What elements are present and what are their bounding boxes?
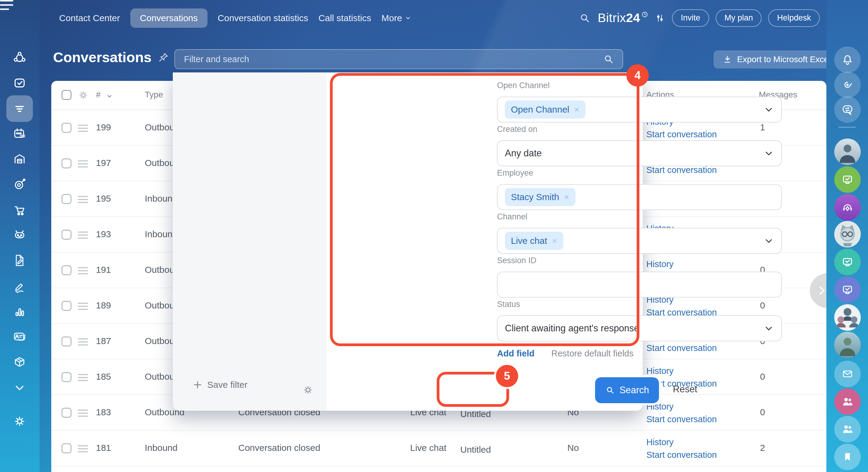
sidebar-item-network-icon[interactable] [12,50,27,65]
start-conversation-link[interactable]: Start conversation [646,129,717,140]
row-checkbox[interactable] [62,123,71,133]
history-link[interactable]: History [646,366,674,376]
sidebar-item-ai-robot-icon[interactable] [12,228,27,242]
avatar-cat[interactable] [834,221,861,247]
history-link[interactable]: History [646,437,674,447]
employee-field[interactable]: Stacy Smith × [497,184,782,210]
export-to-excel-button[interactable]: Export to Microsoft Excel [714,50,840,68]
start-conversation-link[interactable]: Start conversation [646,165,717,175]
start-conversation-link[interactable]: Start conversation [646,343,717,353]
my-plan-button[interactable]: My plan [716,9,762,27]
cell-id: 185 [96,372,111,382]
save-filter-button[interactable]: Save filter [193,380,247,390]
nav-conversations[interactable]: Conversations [130,8,208,28]
sidebar-item-target-icon[interactable] [12,177,27,191]
row-checkbox[interactable] [62,230,71,240]
column-header-type[interactable]: Type [145,90,163,99]
history-link[interactable]: History [646,259,674,269]
cell-messages: 2 [760,443,765,453]
helpdesk-button[interactable]: Helpdesk [768,9,820,27]
table-row[interactable]: 181 Inbound Conversation closed Live cha… [51,431,826,466]
row-checkbox[interactable] [62,194,71,204]
hamburger-menu-icon[interactable] [0,0,16,13]
status-select[interactable]: Client awaiting agent's response [497,315,782,341]
nav-call-statistics[interactable]: Call statistics [318,13,371,23]
row-checkbox[interactable] [62,443,71,453]
select-all-checkbox[interactable] [62,90,71,100]
tasks-violet-icon[interactable] [834,276,861,303]
row-checkbox[interactable] [62,408,71,418]
drag-handle-icon[interactable] [78,232,88,239]
row-checkbox[interactable] [62,336,71,347]
nav-conversation-statistics[interactable]: Conversation statistics [218,13,308,23]
people-light-icon[interactable] [834,416,861,442]
session-id-input[interactable] [505,279,774,290]
avatar-man[interactable] [834,139,861,165]
search-icon[interactable] [602,53,622,65]
drag-handle-icon[interactable] [78,338,88,346]
sidebar-item-tasks-icon[interactable] [12,76,27,90]
people-pink-icon[interactable] [834,388,861,415]
sliders-icon[interactable] [654,13,665,24]
cell-id: 183 [96,407,111,417]
filter-settings-gear-icon[interactable] [302,384,314,396]
search-button[interactable]: Search [595,377,659,403]
sidebar-item-esignature-icon[interactable] [12,278,27,293]
row-checkbox[interactable] [62,158,71,168]
add-field-link[interactable]: Add field [497,349,534,358]
start-conversation-link[interactable]: Start conversation [646,414,717,424]
notifications-bell-icon[interactable] [834,47,861,73]
drag-handle-icon[interactable] [78,160,88,168]
session-id-field[interactable] [497,272,782,298]
drag-handle-icon[interactable] [78,125,88,132]
avatar-woman[interactable] [834,332,861,358]
group-avatars[interactable] [834,304,861,331]
nav-more[interactable]: More [381,13,411,23]
drag-handle-icon[interactable] [78,267,88,274]
sidebar-item-conversations-icon[interactable] [12,101,27,116]
drag-handle-icon[interactable] [78,196,88,203]
remove-tag-icon[interactable]: × [552,236,557,246]
tasks-green-icon[interactable] [834,166,861,193]
mail-icon[interactable] [834,361,861,387]
ai-bot-purple-icon[interactable] [834,194,861,220]
open-channel-field[interactable]: Open Channel × [497,96,782,122]
drag-handle-icon[interactable] [78,445,88,452]
tasks-teal-icon[interactable] [834,249,861,275]
sidebar-item-warehouse-icon[interactable] [12,152,27,166]
channel-field[interactable]: Live chat × [497,228,782,254]
created-on-select[interactable]: Any date [497,140,782,166]
search-input[interactable] [175,54,602,64]
sidebar-item-contacts-card-icon[interactable] [12,329,27,344]
filter-dropdown-panel: Save filter Open Channel Open Channel × … [173,72,643,411]
remove-tag-icon[interactable]: × [564,192,569,202]
row-checkbox[interactable] [62,265,71,275]
invite-button[interactable]: Invite [672,9,709,27]
messenger-icon[interactable] [834,96,861,123]
drag-handle-icon[interactable] [78,303,88,310]
reset-button[interactable]: Reset [673,384,697,395]
sidebar-item-calendar-icon[interactable] [12,126,27,141]
row-checkbox[interactable] [62,372,71,382]
sidebar-item-document-edit-icon[interactable] [12,253,27,268]
copilot-icon[interactable] [834,71,861,98]
bookmark-icon[interactable] [834,444,861,470]
remove-tag-icon[interactable]: × [574,105,579,115]
sidebar-item-products-box-icon[interactable] [12,355,27,369]
sidebar-item-more-chevron-icon[interactable] [12,381,27,395]
nav-contact-center[interactable]: Contact Center [59,13,120,23]
filter-search-bar[interactable] [174,49,623,69]
drag-handle-icon[interactable] [78,410,88,417]
restore-defaults-link[interactable]: Restore default fields [551,349,633,358]
column-header-number[interactable]: # [96,90,101,99]
sidebar-item-analytics-icon[interactable] [12,304,27,319]
field-label-channel: Channel [497,212,527,222]
global-search-icon[interactable] [579,12,591,25]
row-checkbox[interactable] [62,301,71,311]
sidebar-item-cart-icon[interactable] [12,203,27,217]
drag-handle-icon[interactable] [78,374,88,381]
sidebar-settings-gear-icon[interactable] [12,414,27,429]
start-conversation-link[interactable]: Start conversation [646,450,717,460]
pin-icon[interactable] [158,52,169,63]
columns-gear-icon[interactable] [78,90,89,100]
